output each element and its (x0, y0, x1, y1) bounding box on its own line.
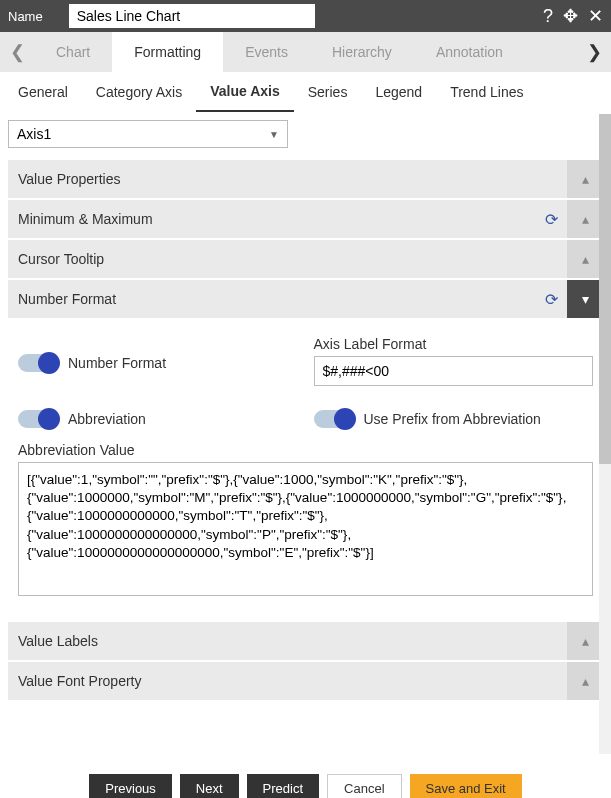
subtab-legend[interactable]: Legend (361, 72, 436, 112)
collapse-icon[interactable]: ▴ (567, 240, 603, 278)
tab-annotation[interactable]: Annotation (414, 32, 525, 72)
abbreviation-value-textarea[interactable] (18, 462, 593, 596)
tabs: ❮ Chart Formatting Events Hierarchy Anno… (0, 32, 611, 72)
subtab-category-axis[interactable]: Category Axis (82, 72, 196, 112)
close-icon[interactable]: ✕ (588, 5, 603, 27)
subtab-series[interactable]: Series (294, 72, 362, 112)
scrollbar[interactable] (599, 114, 611, 754)
expand-icon[interactable]: ▾ (567, 280, 603, 318)
save-exit-button[interactable]: Save and Exit (410, 774, 522, 798)
cancel-button[interactable]: Cancel (327, 774, 401, 798)
tabs-prev-icon[interactable]: ❮ (0, 32, 34, 72)
abbreviation-toggle[interactable] (18, 410, 58, 428)
axis-label-format-input[interactable] (314, 356, 594, 386)
panel-cursor-tooltip[interactable]: Cursor Tooltip ▴ (8, 238, 603, 278)
use-prefix-toggle[interactable] (314, 410, 354, 428)
previous-button[interactable]: Previous (89, 774, 172, 798)
footer: Previous Next Predict Cancel Save and Ex… (0, 764, 611, 798)
panel-number-format[interactable]: Number Format ⟳ ▾ (8, 278, 603, 318)
dialog-header: Name ? ✥ ✕ (0, 0, 611, 32)
subtab-value-axis[interactable]: Value Axis (196, 72, 294, 112)
subtab-general[interactable]: General (4, 72, 82, 112)
name-label: Name (8, 9, 43, 24)
tab-hierarchy[interactable]: Hierarchy (310, 32, 414, 72)
panel-number-format-body: Number Format Axis Label Format Abbrevia… (8, 318, 603, 620)
refresh-icon[interactable]: ⟳ (535, 200, 567, 238)
tab-formatting[interactable]: Formatting (112, 32, 223, 72)
subtabs: General Category Axis Value Axis Series … (0, 72, 611, 112)
content-area: Axis1 ▼ Value Properties ▴ Minimum & Max… (0, 112, 611, 764)
next-button[interactable]: Next (180, 774, 239, 798)
collapse-icon[interactable]: ▴ (567, 160, 603, 198)
axis-label-format-label: Axis Label Format (314, 336, 594, 352)
chevron-down-icon: ▼ (269, 129, 279, 140)
tabs-next-icon[interactable]: ❯ (577, 32, 611, 72)
move-icon[interactable]: ✥ (563, 5, 578, 27)
panel-value-properties[interactable]: Value Properties ▴ (8, 158, 603, 198)
collapse-icon[interactable]: ▴ (567, 200, 603, 238)
tab-chart[interactable]: Chart (34, 32, 112, 72)
tab-events[interactable]: Events (223, 32, 310, 72)
subtab-trend-lines[interactable]: Trend Lines (436, 72, 537, 112)
refresh-icon[interactable]: ⟳ (535, 280, 567, 318)
axis-dropdown-value: Axis1 (17, 126, 51, 142)
abbreviation-value-label: Abbreviation Value (18, 442, 593, 458)
axis-dropdown[interactable]: Axis1 ▼ (8, 120, 288, 148)
collapse-icon[interactable]: ▴ (567, 622, 603, 660)
collapse-icon[interactable]: ▴ (567, 662, 603, 700)
name-input[interactable] (69, 4, 315, 28)
panel-value-labels[interactable]: Value Labels ▴ (8, 620, 603, 660)
predict-button[interactable]: Predict (247, 774, 319, 798)
panel-min-max[interactable]: Minimum & Maximum ⟳ ▴ (8, 198, 603, 238)
number-format-toggle[interactable] (18, 354, 58, 372)
scrollbar-thumb[interactable] (599, 114, 611, 464)
panel-value-font[interactable]: Value Font Property ▴ (8, 660, 603, 700)
help-icon[interactable]: ? (543, 6, 553, 27)
